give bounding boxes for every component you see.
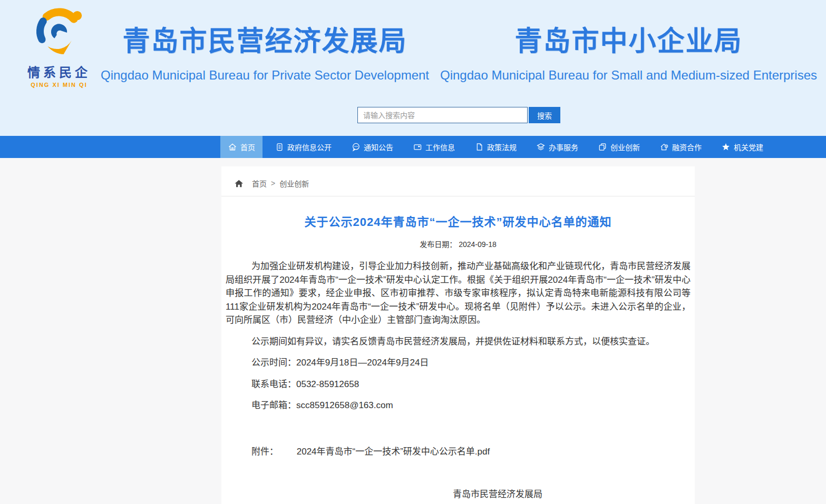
- left-bureau-block: 青岛市民营经济发展局 Qingdao Municipal Bureau for …: [100, 19, 430, 83]
- document-list-icon: [275, 142, 284, 152]
- breadcrumb-home-link[interactable]: 首页: [252, 178, 267, 189]
- file-icon: [474, 142, 484, 152]
- nav-item-label: 政策法规: [487, 142, 517, 152]
- bank-icon: [659, 142, 669, 152]
- search-button[interactable]: 搜索: [529, 107, 560, 123]
- nav-item-innovation[interactable]: 创业创新: [590, 136, 647, 158]
- speech-bubble-icon: [351, 142, 361, 152]
- nav-item-label: 政府信息公开: [287, 142, 332, 152]
- nav-item-work-info[interactable]: 工作信息: [405, 136, 462, 158]
- nav-item-policies[interactable]: 政策法规: [467, 136, 524, 158]
- article-paragraph: 电子邮箱：scc85912658@163.com: [226, 399, 691, 412]
- layers-icon: [536, 142, 546, 152]
- home-icon: [228, 142, 237, 152]
- nav-item-label: 机关党建: [734, 142, 763, 152]
- party-emblem-icon: [721, 142, 731, 152]
- breadcrumb-current[interactable]: 创业创新: [279, 178, 309, 189]
- breadcrumb-home-icon[interactable]: [235, 180, 244, 187]
- logo-text-en: QING XI MIN QI: [22, 82, 96, 88]
- site-logo: 情系民企 QING XI MIN QI: [22, 2, 96, 89]
- attachment-row: 附件： 2024年青岛市“一企一技术”研发中心公示名单.pdf: [226, 445, 691, 459]
- page-background: 首页 > 创业创新 关于公示2024年青岛市“一企一技术”研发中心名单的通知 发…: [0, 158, 826, 504]
- main-nav: 首页 政府信息公开 通知公告 工作信息 政策法规 办事服务 创业: [0, 136, 826, 158]
- nav-item-label: 创业创新: [610, 142, 640, 152]
- nav-item-label: 工作信息: [425, 142, 455, 152]
- left-bureau-title: 青岛市民营经济发展局: [100, 19, 430, 58]
- nav-item-financing[interactable]: 融资合作: [652, 136, 709, 158]
- breadcrumb-separator: >: [271, 179, 275, 187]
- article-title: 关于公示2024年青岛市“一企一技术”研发中心名单的通知: [221, 212, 695, 229]
- attachment-pdf-link[interactable]: 2024年青岛市“一企一技术”研发中心公示名单.pdf: [297, 447, 490, 457]
- article-body: 为加强企业研发机构建设，引导企业加力科技创新，推动产业基础高级化和产业链现代化，…: [221, 260, 695, 504]
- site-header: 情系民企 QING XI MIN QI 青岛市民营经济发展局 Qingdao M…: [0, 0, 826, 136]
- right-bureau-subtitle: Qingdao Municipal Bureau for Small and M…: [440, 68, 817, 83]
- article-paragraph: 联系电话：0532-85912658: [226, 378, 691, 391]
- content-card: 首页 > 创业创新 关于公示2024年青岛市“一企一技术”研发中心名单的通知 发…: [221, 166, 695, 504]
- logo-swirl-icon: [30, 4, 89, 61]
- nav-item-label: 通知公告: [364, 142, 393, 152]
- article-paragraph: 为加强企业研发机构建设，引导企业加力科技创新，推动产业基础高级化和产业链现代化，…: [226, 260, 691, 327]
- nav-item-home[interactable]: 首页: [220, 136, 263, 158]
- article-paragraph: 公示时间：2024年9月18日—2024年9月24日: [226, 356, 691, 370]
- nav-item-gov-info[interactable]: 政府信息公开: [267, 136, 339, 158]
- nav-item-party-building[interactable]: 机关党建: [714, 136, 771, 158]
- nav-item-services[interactable]: 办事服务: [529, 136, 586, 158]
- copy-icon: [598, 142, 607, 152]
- card-icon: [413, 142, 422, 152]
- publish-date-row: 发布日期： 2024-09-18: [221, 239, 695, 249]
- search-bar: 搜索: [357, 107, 560, 123]
- nav-item-label: 融资合作: [672, 142, 702, 152]
- signature-org: 青岛市民营经济发展局: [226, 488, 691, 501]
- nav-item-notices[interactable]: 通知公告: [344, 136, 401, 158]
- article-paragraph: 公示期间如有异议，请实名反馈青岛市民营经济发展局，并提供佐证材料和联系方式，以便…: [226, 335, 691, 349]
- breadcrumb: 首页 > 创业创新: [221, 178, 695, 196]
- attachment-label: 附件：: [251, 447, 278, 457]
- right-bureau-block: 青岛市中小企业局 Qingdao Municipal Bureau for Sm…: [440, 19, 817, 83]
- left-bureau-subtitle: Qingdao Municipal Bureau for Private Sec…: [100, 68, 430, 83]
- logo-text-cn: 情系民企: [22, 62, 96, 81]
- publish-date-label: 发布日期：: [420, 240, 456, 249]
- nav-item-label: 办事服务: [549, 142, 578, 152]
- nav-item-label: 首页: [240, 142, 255, 152]
- publish-date-value: 2024-09-18: [459, 240, 497, 249]
- search-input[interactable]: [357, 107, 528, 123]
- right-bureau-title: 青岛市中小企业局: [440, 19, 817, 58]
